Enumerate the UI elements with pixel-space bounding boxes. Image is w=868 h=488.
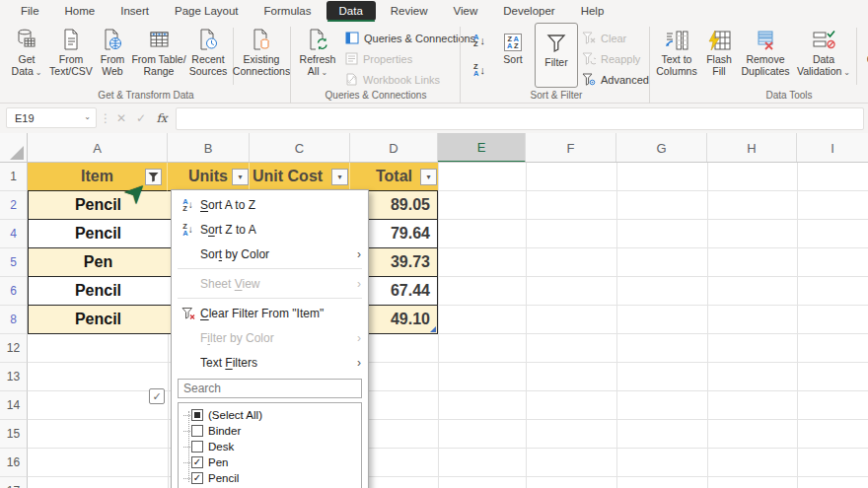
submenu-chevron-icon: › bbox=[357, 277, 361, 291]
checklist-item-binder[interactable]: Binder bbox=[183, 423, 361, 439]
formula-bar-grip-icon[interactable]: ⋮ bbox=[101, 107, 110, 128]
checkbox-checked-icon[interactable]: ✓ bbox=[191, 456, 203, 468]
row-header-17[interactable]: 17 bbox=[0, 477, 28, 488]
dropdown-chevron-icon: ▾ bbox=[238, 173, 242, 181]
formula-input[interactable] bbox=[176, 107, 864, 130]
clear-filter-button: Clear bbox=[582, 29, 626, 48]
row-header-5[interactable]: 5 bbox=[0, 248, 28, 277]
column-header-e-selected[interactable]: E bbox=[438, 133, 526, 163]
column-header-d[interactable]: D bbox=[350, 133, 438, 163]
gridline-col bbox=[707, 163, 708, 488]
worksheet-checkbox-control[interactable]: ✓ bbox=[149, 388, 165, 404]
group-label-data-tools: Data Tools bbox=[710, 90, 868, 101]
name-box[interactable]: E19 ⌄ bbox=[6, 107, 97, 128]
filter-label: Filter bbox=[544, 56, 567, 68]
flash-fill-button[interactable]: Flash Fill bbox=[702, 25, 736, 88]
recent-sources-button[interactable]: Recent Sources bbox=[185, 25, 231, 88]
checkbox-unchecked-icon[interactable] bbox=[191, 441, 203, 453]
checklist-item-pencil[interactable]: ✓ Pencil bbox=[183, 470, 361, 486]
reapply-funnel-icon bbox=[582, 52, 596, 67]
reapply-label: Reapply bbox=[601, 53, 640, 65]
tab-file[interactable]: File bbox=[8, 1, 52, 21]
total-filter-button[interactable]: ▾ bbox=[420, 169, 437, 185]
checklist-item-pen[interactable]: ✓ Pen bbox=[183, 454, 361, 470]
menu-item-sort-z-to-a[interactable]: ZA↓ Sort Z to A bbox=[172, 217, 368, 242]
row-header-6[interactable]: 6 bbox=[0, 277, 28, 306]
unit-cost-filter-button[interactable]: ▾ bbox=[331, 169, 348, 185]
menu-item-clear-filter[interactable]: Clear Filter From "Item" bbox=[172, 301, 368, 325]
tab-view[interactable]: View bbox=[441, 1, 491, 21]
advanced-filter-button[interactable]: Advanced bbox=[582, 70, 649, 90]
sort-a-to-z-button[interactable]: AZ ↓ bbox=[468, 29, 491, 52]
select-all-triangle-icon bbox=[10, 146, 24, 160]
filter-button[interactable]: Filter bbox=[537, 28, 576, 91]
item-filter-applied-button[interactable] bbox=[145, 169, 162, 185]
tab-help[interactable]: Help bbox=[568, 1, 617, 21]
existing-connections-label-2: Connections bbox=[233, 65, 290, 77]
down-arrow-icon: ↓ bbox=[479, 35, 485, 46]
column-header-i[interactable]: I bbox=[797, 133, 868, 163]
column-header-f[interactable]: F bbox=[526, 133, 616, 163]
existing-connections-button[interactable]: Existing Connections bbox=[235, 25, 288, 88]
row-header-16[interactable]: 16 bbox=[0, 449, 28, 477]
units-filter-button[interactable]: ▾ bbox=[232, 169, 249, 185]
menu-item-sort-by-color[interactable]: Sort by Color › bbox=[172, 242, 368, 266]
column-header-h[interactable]: H bbox=[707, 133, 797, 163]
name-box-chevron-icon[interactable]: ⌄ bbox=[84, 112, 91, 121]
row-header-2[interactable]: 2 bbox=[0, 191, 28, 220]
row-header-12[interactable]: 12 bbox=[0, 334, 28, 363]
cell-a8[interactable]: Pencil bbox=[28, 306, 168, 334]
row-header-13[interactable]: 13 bbox=[0, 363, 28, 391]
funnel-icon bbox=[545, 28, 567, 54]
fx-icon[interactable]: fx bbox=[152, 107, 172, 128]
menu-item-text-filters[interactable]: Text Filters › bbox=[172, 350, 368, 375]
from-text-csv-button[interactable]: From Text/CSV bbox=[49, 25, 93, 88]
checkbox-indeterminate-icon[interactable] bbox=[191, 409, 203, 421]
data-validation-button[interactable]: Data Validation⌄ bbox=[795, 25, 852, 88]
checkbox-checked-icon[interactable]: ✓ bbox=[191, 472, 203, 484]
get-data-button[interactable]: Get Data⌄ bbox=[6, 25, 47, 88]
select-all-corner[interactable] bbox=[0, 133, 28, 163]
checkbox-unchecked-icon[interactable] bbox=[191, 425, 203, 437]
checklist-item-select-all[interactable]: (Select All) bbox=[183, 407, 361, 423]
row-header-15[interactable]: 15 bbox=[0, 420, 28, 449]
column-header-a[interactable]: A bbox=[28, 133, 168, 163]
enter-check-icon[interactable]: ✓ bbox=[132, 107, 150, 128]
remove-duplicates-button[interactable]: Remove Duplicates bbox=[738, 25, 793, 88]
menu-item-filter-by-color: Filter by Color › bbox=[172, 325, 368, 350]
menu-item-sort-a-to-z[interactable]: AZ↓ Sort A to Z bbox=[172, 192, 368, 217]
sort-z-to-a-button[interactable]: ZA ↓ bbox=[468, 58, 491, 82]
queries-connections-button[interactable]: Queries & Connections bbox=[345, 29, 475, 48]
tab-home[interactable]: Home bbox=[52, 1, 108, 21]
tab-page-layout[interactable]: Page Layout bbox=[162, 1, 252, 21]
consolidate-button[interactable]: Conso bbox=[860, 25, 868, 88]
cell-a6[interactable]: Pencil bbox=[28, 277, 168, 306]
tab-data[interactable]: Data bbox=[326, 1, 376, 21]
column-header-b[interactable]: B bbox=[168, 133, 250, 163]
sort-label: Sort bbox=[503, 53, 522, 65]
tab-insert[interactable]: Insert bbox=[108, 1, 162, 21]
tab-formulas[interactable]: Formulas bbox=[252, 1, 325, 21]
row-header-8[interactable]: 8 bbox=[0, 306, 28, 334]
row-header-4[interactable]: 4 bbox=[0, 220, 28, 248]
column-header-c[interactable]: C bbox=[250, 133, 350, 163]
cell-a4[interactable]: Pencil bbox=[28, 220, 168, 248]
from-web-label-1: From bbox=[101, 53, 125, 65]
text-to-columns-icon bbox=[665, 25, 688, 51]
from-table-range-button[interactable]: From Table/ Range bbox=[130, 25, 187, 88]
group-separator bbox=[290, 27, 291, 113]
column-header-g[interactable]: G bbox=[616, 133, 707, 163]
tab-review[interactable]: Review bbox=[378, 1, 441, 21]
text-to-columns-button[interactable]: Text to Columns bbox=[653, 25, 700, 88]
sort-button[interactable]: ZAAZ Sort bbox=[493, 25, 533, 88]
filter-search-input[interactable] bbox=[178, 379, 362, 398]
cell-a5[interactable]: Pen bbox=[28, 248, 168, 277]
table-resize-corner-icon[interactable] bbox=[430, 326, 436, 332]
from-web-button[interactable]: From Web bbox=[95, 25, 130, 88]
cancel-icon[interactable]: ✕ bbox=[112, 107, 130, 128]
row-header-14[interactable]: 14 bbox=[0, 391, 28, 420]
checklist-item-desk[interactable]: Desk bbox=[183, 439, 361, 454]
refresh-all-button[interactable]: Refresh All⌄ bbox=[296, 25, 339, 88]
row-header-1[interactable]: 1 bbox=[0, 163, 28, 191]
tab-developer[interactable]: Developer bbox=[490, 1, 567, 21]
